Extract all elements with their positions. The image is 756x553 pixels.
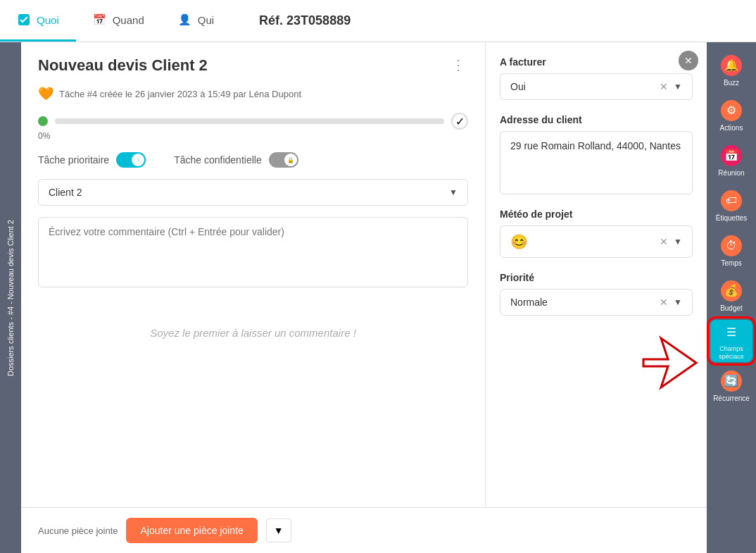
toggle-priority-switch[interactable]: ↑ [116, 152, 146, 168]
priorite-select[interactable]: Normale ✕ ▼ [500, 289, 693, 316]
buzz-icon: 🔔 [721, 55, 742, 76]
progress-dot [38, 116, 48, 126]
ref-badge: Réf. 23T058889 [245, 0, 365, 42]
modal-body: Nouveau devis Client 2 ⋮ 🧡 Tâche #4 créé… [21, 42, 707, 507]
meteo-emoji: 😊 [510, 233, 528, 250]
right-panel: A facturer Oui ✕ ▼ Adresse du client 29 … [486, 42, 707, 507]
arrow-pointer [640, 331, 696, 387]
actions-icon: ⚙ [721, 100, 742, 121]
sidebar-btn-etiquettes[interactable]: 🏷 Étiquettes [710, 185, 752, 227]
tab-qui-label: Qui [198, 14, 214, 26]
a-facturer-select[interactable]: Oui ✕ ▼ [500, 73, 693, 100]
footer-bar: Aucune pièce jointe Ajouter une pièce jo… [21, 507, 707, 553]
adresse-textarea[interactable]: 29 rue Romain Rolland, 44000, Nantes [500, 131, 693, 194]
toggle-confidential-knob: 🔒 [284, 154, 297, 166]
toggle-confidential-label: Tâche confidentielle [174, 154, 262, 166]
sidebar-btn-buzz[interactable]: 🔔 Buzz [710, 49, 752, 92]
modal-close-button[interactable]: ✕ [679, 51, 698, 70]
meteo-chevron-icon: ▼ [674, 237, 682, 247]
quand-icon: 📅 [93, 13, 107, 27]
left-panel: Nouveau devis Client 2 ⋮ 🧡 Tâche #4 créé… [21, 42, 486, 507]
a-facturer-clear-icon[interactable]: ✕ [660, 81, 668, 92]
meteo-select[interactable]: 😊 ✕ ▼ [500, 225, 693, 258]
breadcrumb-text: Dossiers clients - #4 - Nouveau devis Cl… [6, 220, 15, 376]
toggle-priority-group: Tâche prioritaire ↑ [38, 152, 146, 168]
toggle-confidential-switch[interactable]: 🔒 [269, 152, 298, 168]
progress-section: ✓ 0% [38, 113, 468, 141]
tab-quand[interactable]: 📅 Quand [76, 0, 161, 42]
modal-title: Nouveau devis Client 2 [38, 56, 208, 75]
comment-textarea[interactable] [38, 217, 468, 287]
svg-marker-1 [643, 338, 696, 387]
right-sidebar: 🔔 Buzz ⚙ Actions 📅 Réunion 🏷 Étiquettes … [707, 42, 756, 553]
priorite-clear-icon[interactable]: ✕ [660, 297, 668, 308]
progress-check-button[interactable]: ✓ [451, 113, 468, 130]
priorite-chevron-icon: ▼ [674, 297, 682, 307]
priorite-group: Priorité Normale ✕ ▼ [500, 272, 693, 316]
a-facturer-label: A facturer [500, 56, 693, 68]
priorite-actions: ✕ ▼ [660, 297, 682, 308]
meteo-group: Météo de projet 😊 ✕ ▼ [500, 209, 693, 258]
sidebar-btn-recurrence[interactable]: 🔄 Récurrence [710, 365, 752, 407]
a-facturer-value: Oui [510, 81, 660, 92]
adresse-group: Adresse du client 29 rue Romain Rolland,… [500, 114, 693, 194]
modal: ✕ Nouveau devis Client 2 ⋮ 🧡 Tâche #4 cr… [21, 42, 707, 553]
tab-quand-label: Quand [113, 14, 144, 26]
tab-quoi[interactable]: Quoi [0, 0, 76, 42]
a-facturer-chevron-icon: ▼ [674, 82, 682, 92]
champs-speciaux-icon: ☰ [721, 321, 742, 342]
modal-overlay: ✕ Nouveau devis Client 2 ⋮ 🧡 Tâche #4 cr… [21, 42, 707, 553]
meteo-actions: ✕ ▼ [660, 236, 682, 247]
etiquettes-icon: 🏷 [721, 190, 742, 211]
a-facturer-actions: ✕ ▼ [660, 81, 682, 92]
modal-title-row: Nouveau devis Client 2 ⋮ [38, 56, 468, 75]
footer-no-file-text: Aucune pièce jointe [38, 526, 118, 536]
empty-comment-text: Soyez le premier à laisser un commentair… [38, 299, 468, 367]
tab-quoi-label: Quoi [37, 14, 59, 26]
footer-chevron-button[interactable]: ▼ [266, 518, 291, 542]
sidebar-btn-budget[interactable]: 💰 Budget [710, 275, 752, 317]
meteo-label: Météo de projet [500, 209, 693, 220]
toggle-priority-label: Tâche prioritaire [38, 154, 109, 166]
reunion-icon: 📅 [721, 145, 742, 166]
sidebar-btn-reunion[interactable]: 📅 Réunion [710, 139, 752, 182]
client-select[interactable]: Client 2 ▼ [38, 179, 468, 206]
toggle-priority-knob: ↑ [132, 154, 144, 166]
add-file-button[interactable]: Ajouter une pièce jointe [126, 518, 257, 543]
sidebar-btn-actions[interactable]: ⚙ Actions [710, 94, 752, 137]
a-facturer-group: A facturer Oui ✕ ▼ [500, 56, 693, 100]
toggles-row: Tâche prioritaire ↑ Tâche confidentielle… [38, 152, 468, 168]
task-meta-text: Tâche #4 créée le 26 janvier 2023 à 15:4… [59, 89, 301, 99]
breadcrumb-sidebar: Dossiers clients - #4 - Nouveau devis Cl… [0, 42, 21, 553]
kebab-menu-button[interactable]: ⋮ [448, 56, 468, 73]
tab-qui[interactable]: 👤 Qui [161, 0, 231, 42]
progress-label: 0% [38, 131, 468, 141]
task-type-icon: 🧡 [38, 86, 53, 101]
quoi-icon [17, 13, 31, 27]
client-select-value: Client 2 [49, 187, 82, 198]
task-meta: 🧡 Tâche #4 créée le 26 janvier 2023 à 15… [38, 86, 468, 101]
recurrence-icon: 🔄 [721, 371, 742, 392]
meteo-clear-icon[interactable]: ✕ [660, 236, 668, 247]
sidebar-btn-temps[interactable]: ⏱ Temps [710, 230, 752, 272]
qui-icon: 👤 [178, 13, 192, 27]
toggle-confidential-group: Tâche confidentielle 🔒 [174, 152, 298, 168]
temps-icon: ⏱ [721, 235, 742, 256]
tabs-bar: Quoi 📅 Quand 👤 Qui Réf. 23T058889 [0, 0, 756, 42]
sidebar-btn-champs-speciaux[interactable]: ☰ Champs spéciaux [710, 320, 752, 362]
budget-icon: 💰 [721, 280, 742, 302]
priorite-label: Priorité [500, 272, 693, 283]
progress-row: ✓ [38, 113, 468, 130]
priorite-value: Normale [510, 297, 660, 308]
progress-bar-container [55, 118, 444, 124]
client-select-chevron-icon: ▼ [449, 187, 458, 197]
adresse-label: Adresse du client [500, 114, 693, 125]
